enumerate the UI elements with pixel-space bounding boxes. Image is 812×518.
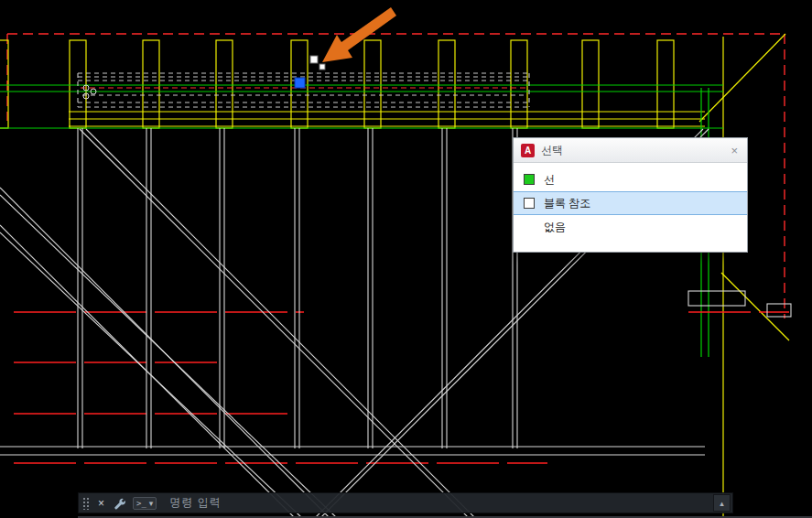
color-swatch-green (524, 174, 535, 185)
color-swatch-white (524, 198, 535, 209)
red-detail-lines (14, 312, 789, 463)
command-bar: × >_ ▾ 명령 입력 ▴ (78, 492, 733, 513)
dialog-item-line[interactable]: 선 (514, 167, 747, 191)
chevron-down-icon: ▾ (149, 499, 154, 508)
grip-blue[interactable] (295, 78, 305, 88)
dialog-item-label: 선 (544, 172, 555, 188)
command-prompt-icon: >_ (136, 499, 146, 508)
annotation-arrow-icon (322, 7, 396, 62)
dialog-item-block-reference[interactable]: 블록 참조 (514, 191, 747, 215)
scroll-up-icon: ▴ (720, 499, 724, 508)
dialog-item-none[interactable]: 없음 (514, 215, 747, 239)
dialog-title: 선택 (541, 143, 563, 158)
close-icon[interactable]: × (93, 497, 109, 510)
dialog-titlebar[interactable]: A 선택 × (514, 138, 747, 163)
customize-wrench-icon[interactable] (109, 497, 129, 510)
yellow-columns (0, 34, 789, 518)
autocad-logo-icon: A (521, 144, 535, 157)
selection-dialog: A 선택 × 선 블록 참조 없음 (513, 137, 748, 253)
recent-commands-button[interactable]: >_ ▾ (133, 497, 157, 510)
close-icon[interactable]: × (729, 144, 740, 157)
dialog-item-label: 블록 참조 (544, 196, 590, 211)
hidden-object-badge (310, 56, 325, 70)
cad-viewport[interactable]: A 선택 × 선 블록 참조 없음 × (0, 0, 812, 518)
scroll-up-button[interactable]: ▴ (713, 494, 731, 512)
dialog-item-label: 없음 (544, 220, 566, 235)
command-input[interactable]: 명령 입력 (169, 495, 221, 511)
dialog-body: 선 블록 참조 없음 (514, 163, 747, 252)
drag-handle-icon[interactable] (81, 496, 90, 510)
drawing-canvas[interactable] (0, 0, 812, 518)
